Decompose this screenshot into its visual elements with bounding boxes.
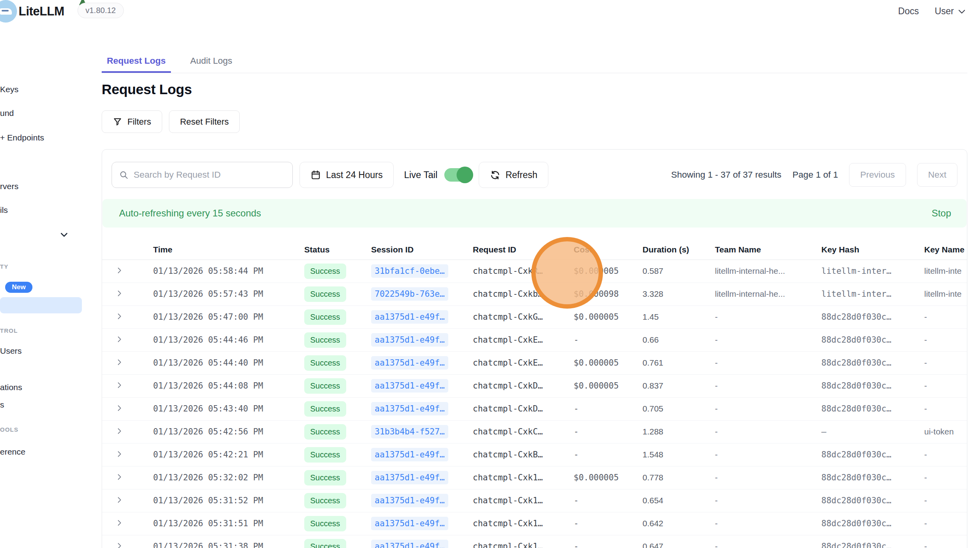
team-name-cell: - (707, 397, 813, 420)
sidebar-item-guardrails[interactable]: ils (0, 205, 8, 215)
session-id-link[interactable]: 7022549b-763e… (371, 287, 448, 301)
live-tail-toggle[interactable] (444, 168, 472, 182)
expand-row-button[interactable] (115, 266, 123, 275)
toggle-knob (457, 167, 473, 183)
sidebar-item-internal-users[interactable]: Users (0, 346, 22, 356)
session-id-link[interactable]: aa1375d1-e49f… (371, 540, 448, 548)
team-name-cell: - (707, 328, 813, 351)
expand-row-button[interactable] (115, 358, 123, 366)
duration-cell: 3.328 (635, 283, 707, 305)
tab-audit-logs[interactable]: Audit Logs (185, 56, 237, 73)
key-name-cell: - (916, 397, 967, 420)
reset-filters-button[interactable]: Reset Filters (169, 110, 240, 133)
request-id-cell: chatcmpl-CxkC… (465, 420, 566, 443)
session-id-link[interactable]: aa1375d1-e49f… (371, 448, 448, 461)
session-id-link[interactable]: aa1375d1-e49f… (371, 517, 448, 530)
column-header-request-id: Request ID (465, 240, 566, 260)
table-row: 01/13/2026 05:31:38 PMSuccessaa1375d1-e4… (102, 535, 967, 548)
next-page-button[interactable]: Next (917, 163, 957, 187)
sidebar-section-access-control: TROL (0, 327, 18, 334)
expand-row-button[interactable] (115, 335, 123, 343)
cost-cell: $0.000098 (566, 283, 635, 305)
status-badge: Success (304, 493, 346, 508)
refresh-icon (490, 170, 500, 180)
status-badge: Success (304, 378, 346, 394)
team-name-cell: - (707, 305, 813, 328)
request-id-cell: chatcmpl-Cxk1… (465, 535, 566, 548)
key-hash-cell: 88dc28d0f030c… (813, 328, 916, 351)
expand-row-button[interactable] (115, 427, 123, 435)
sidebar-collapse-chevron-icon[interactable] (59, 230, 69, 241)
sidebar-item-api-reference[interactable]: erence (0, 447, 25, 457)
cost-cell: - (566, 397, 635, 420)
status-badge: Success (304, 309, 346, 325)
team-name-cell: - (707, 489, 813, 512)
session-id-cell: 31b3b4b4-f527… (363, 420, 465, 443)
table-row: 01/13/2026 05:44:46 PMSuccessaa1375d1-e4… (102, 328, 967, 351)
expand-row-button[interactable] (115, 450, 123, 458)
session-id-cell: aa1375d1-e49f… (363, 374, 465, 397)
page-indicator: Page 1 of 1 (792, 170, 838, 180)
sidebar-item-teams[interactable]: s (0, 400, 4, 410)
session-id-link[interactable]: aa1375d1-e49f… (371, 310, 448, 324)
status-badge: Success (304, 286, 346, 302)
table-row: 01/13/2026 05:44:40 PMSuccessaa1375d1-e4… (102, 351, 967, 374)
expand-row-button[interactable] (115, 473, 123, 481)
sidebar-item-organizations[interactable]: ations (0, 383, 22, 392)
key-name-cell: litellm-inte (916, 260, 967, 283)
time-cell: 01/13/2026 05:44:40 PM (145, 351, 296, 374)
refresh-button[interactable]: Refresh (479, 162, 549, 188)
status-badge: Success (304, 516, 346, 531)
docs-link[interactable]: Docs (898, 6, 919, 17)
sidebar-section-observability: TY (0, 263, 8, 270)
expand-row-button[interactable] (115, 381, 123, 389)
session-id-link[interactable]: aa1375d1-e49f… (371, 471, 448, 484)
top-navbar: LiteLLM v1.80.12 Docs User (0, 0, 980, 23)
time-cell: 01/13/2026 05:42:56 PM (145, 420, 296, 443)
sidebar-item-logs-active[interactable] (0, 297, 82, 313)
key-hash-cell: 88dc28d0f030c… (813, 397, 916, 420)
sidebar-item-servers[interactable]: rvers (0, 182, 19, 191)
session-id-link[interactable]: 31bfa1cf-0ebe… (371, 264, 448, 278)
duration-cell: 0.837 (635, 374, 707, 397)
session-id-link[interactable]: aa1375d1-e49f… (371, 379, 448, 393)
sidebar-item-models-endpoints[interactable]: + Endpoints (0, 133, 44, 142)
request-logs-table: Time Status Session ID Request ID Cost D… (102, 240, 967, 548)
status-badge: Success (304, 424, 346, 440)
request-id-cell: chatcmpl-Cxk1… (465, 466, 566, 489)
auto-refresh-message: Auto-refreshing every 15 seconds (119, 208, 261, 219)
sidebar-item-playground[interactable]: und (0, 108, 14, 118)
status-cell: Success (296, 305, 363, 328)
cost-cell: $0.000005 (566, 305, 635, 328)
time-cell: 01/13/2026 05:58:44 PM (145, 260, 296, 283)
session-id-link[interactable]: aa1375d1-e49f… (371, 402, 448, 415)
expand-row-button[interactable] (115, 496, 123, 504)
key-hash-cell: litellm-inter… (813, 260, 916, 283)
expand-row-button[interactable] (115, 404, 123, 412)
filters-button[interactable]: Filters (102, 110, 162, 133)
request-id-cell: chatcmpl-Cxkb… (465, 283, 566, 305)
stop-auto-refresh-button[interactable]: Stop (932, 208, 951, 219)
session-id-link[interactable]: aa1375d1-e49f… (371, 494, 448, 507)
sidebar-section-tools: OOLS (0, 426, 19, 433)
sidebar-item-virtual-keys[interactable]: Keys (0, 85, 19, 94)
expand-row-button[interactable] (115, 312, 123, 320)
tab-request-logs[interactable]: Request Logs (102, 56, 171, 73)
session-id-link[interactable]: aa1375d1-e49f… (371, 333, 448, 347)
expand-row-button[interactable] (115, 542, 123, 548)
user-menu[interactable]: User (935, 6, 967, 17)
key-hash-cell: 88dc28d0f030c… (813, 535, 916, 548)
column-header-status: Status (296, 240, 363, 260)
column-header-cost: Cost (566, 240, 635, 260)
expand-row-button[interactable] (115, 289, 123, 298)
session-id-link[interactable]: 31b3b4b4-f527… (371, 425, 448, 438)
search-input[interactable] (134, 170, 285, 180)
status-cell: Success (296, 466, 363, 489)
previous-page-button[interactable]: Previous (849, 163, 906, 187)
session-id-link[interactable]: aa1375d1-e49f… (371, 356, 448, 370)
time-range-button[interactable]: Last 24 Hours (299, 162, 394, 188)
expand-row-button[interactable] (115, 519, 123, 527)
team-name-cell: - (707, 535, 813, 548)
cost-cell: - (566, 535, 635, 548)
time-cell: 01/13/2026 05:31:38 PM (145, 535, 296, 548)
